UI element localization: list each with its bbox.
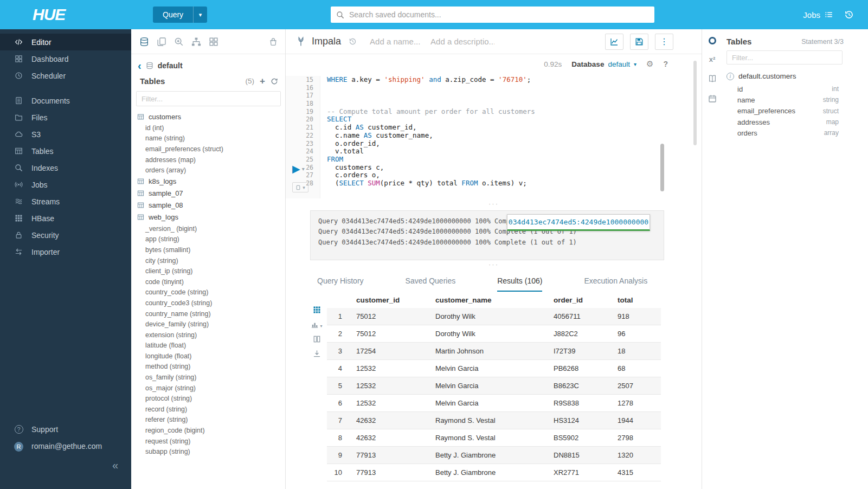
hdfs-source-icon[interactable] [191,37,201,47]
assist-table-sample_07[interactable]: sample_07 [131,188,285,200]
help-icon[interactable]: ? [663,60,668,68]
sql-source-icon[interactable] [139,37,149,47]
assist-column[interactable]: addresses (map) [131,155,285,165]
functions-icon[interactable]: x² [709,56,716,63]
resize-handle[interactable]: ··· [286,262,702,269]
code-line[interactable]: o.order_id, [327,140,535,148]
code-line[interactable]: customers c, [327,164,535,172]
collect-bag-icon[interactable] [269,37,278,46]
sidebar-item-jobs[interactable]: Jobs [0,176,131,193]
right-column-name[interactable]: namestring [722,94,844,105]
assist-column[interactable]: id (int) [131,123,285,133]
sidebar-item-indexes[interactable]: Indexes [0,159,131,176]
assist-column[interactable]: region_code (bigint) [131,425,285,436]
table-filter-input[interactable] [136,91,281,106]
code-line[interactable]: FROM [327,156,535,164]
add-table-icon[interactable]: + [260,78,265,85]
code-line[interactable]: c.orders o, [327,171,535,179]
sidebar-item-editor[interactable]: Editor [0,34,131,50]
code-line[interactable] [327,100,535,108]
assist-column[interactable]: extension (string) [131,330,285,340]
sidebar-item-scheduler[interactable]: Scheduler [0,67,131,84]
code-line[interactable]: c.id AS customer_id, [327,124,535,132]
right-column-orders[interactable]: ordersarray [722,127,844,138]
right-column-email_preferences[interactable]: email_preferencesstruct [722,106,844,117]
sidebar-item-tables[interactable]: Tables [0,143,131,159]
history-icon[interactable] [844,10,854,20]
sql-editor[interactable]: 1516171819202122232425262728 WHERE a.key… [286,75,669,197]
sidebar-item-security[interactable]: Security [0,227,131,243]
code-line[interactable] [327,84,535,92]
assist-column[interactable]: longitude (float) [131,351,285,362]
sidebar-item-dashboard[interactable]: Dashboard [0,50,131,67]
column-header[interactable]: order_id [547,293,611,308]
result-row[interactable]: 512532Melvin GarciaB8623C2507 [327,377,661,395]
result-row[interactable]: 1077913Betty J. GiambroneXR27714315 [327,464,661,481]
assist-column[interactable]: request (string) [131,436,285,447]
assist-column[interactable]: code (tinyint) [131,276,285,287]
resize-handle[interactable]: ··· [286,202,702,208]
assist-column[interactable]: record (string) [131,404,285,415]
sidebar-item-files[interactable]: Files [0,109,131,126]
result-row[interactable]: 612532Melvin GarciaR9S8381278 [327,395,661,412]
tab-saved-queries[interactable]: Saved Queries [406,272,456,292]
assist-table-k8s_logs[interactable]: k8s_logs [131,176,285,188]
assist-column[interactable]: _version_ (bigint) [131,223,285,234]
save-button[interactable] [630,34,648,50]
assist-table-web_logs[interactable]: web_logs [131,211,285,223]
code-line[interactable]: -- Compute total amount per order for al… [327,108,535,116]
assist-column[interactable]: country_code3 (string) [131,298,285,308]
query-history-icon[interactable] [349,37,357,46]
search-input[interactable] [349,10,649,19]
sidebar-item-s3[interactable]: S3 [0,126,131,143]
assist-column[interactable]: orders (array) [131,165,285,176]
code-line[interactable]: c.name AS customer_name, [327,132,535,140]
documents-source-icon[interactable] [157,37,166,47]
result-row[interactable]: 977913Betty J. GiambroneDN88151320 [327,447,661,464]
result-row[interactable]: 175012Dorothy Wilk4056711918 [327,308,661,325]
tab-results-106[interactable]: Results (106) [497,272,542,292]
collapse-sidebar-button[interactable]: « [112,459,118,471]
code-line[interactable]: WHERE a.key = 'shipping' and a.zip_code … [327,76,535,84]
jobs-link[interactable]: Jobs [803,10,833,20]
database-breadcrumb[interactable]: default [158,61,183,70]
user-menu[interactable]: R romain@gethue.com [0,437,131,454]
assist-column[interactable]: referer (string) [131,415,285,426]
database-selector[interactable]: Database default ▾ [571,60,636,68]
result-row[interactable]: 842632Raymond S. VestalBS59022798 [327,429,661,447]
columns-icon[interactable] [313,335,321,343]
sidebar-item-hbase[interactable]: HBase [0,210,131,227]
assist-column[interactable]: client_ip (string) [131,266,285,276]
code-line[interactable] [327,92,535,100]
hue-logo[interactable]: HUE [0,0,131,29]
language-reference-icon[interactable] [708,74,717,83]
tab-execution-analysis[interactable]: Execution Analysis [584,272,647,292]
result-row[interactable]: 412532Melvin GarciaPB626868 [327,360,661,377]
code-line[interactable]: (SELECT SUM(price * qty) total FROM o.it… [327,179,535,188]
assist-column[interactable]: protocol (string) [131,393,285,404]
column-header[interactable]: total [611,293,661,308]
assist-column[interactable]: country_code (string) [131,287,285,298]
sidebar-item-streams[interactable]: Streams [0,193,131,210]
sidebar-item-importer[interactable]: Importer [0,243,131,260]
assist-column[interactable]: os_family (string) [131,372,285,383]
new-query-button[interactable]: Query ▾ [153,7,207,23]
query-name-input[interactable] [370,37,425,46]
back-chevron-icon[interactable]: ‹ [138,62,142,69]
assist-column[interactable]: app (string) [131,234,285,245]
execute-button[interactable]: ▶ ▾ [292,164,305,174]
code-line[interactable]: SELECT [327,115,535,124]
right-column-addresses[interactable]: addressesmap [722,117,844,127]
tab-query-history[interactable]: Query History [317,272,364,292]
assist-column[interactable]: subapp (string) [131,446,285,457]
result-row[interactable]: 317254Martin JohnsonI72T3918 [327,343,661,360]
refresh-icon[interactable] [271,78,278,85]
column-header[interactable]: customer_name [429,293,547,308]
apps-source-icon[interactable] [209,37,218,47]
assist-column[interactable]: city (string) [131,255,285,266]
zoom-in-icon[interactable] [174,37,184,47]
settings-gear-icon[interactable]: ⚙ [646,59,653,69]
assist-column[interactable]: country_name (string) [131,308,285,319]
chart-view-icon[interactable]: ▾ [311,320,322,329]
sessions-icon[interactable] [709,37,716,44]
